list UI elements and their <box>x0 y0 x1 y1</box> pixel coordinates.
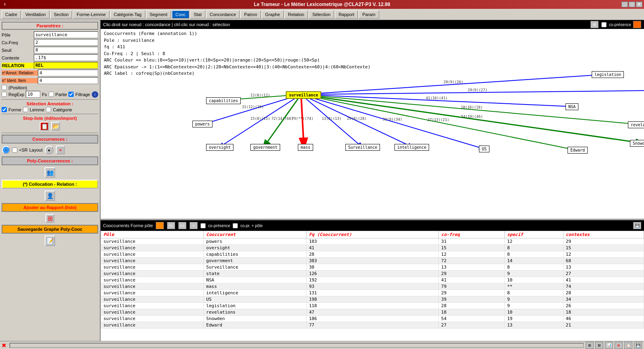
save-graph-btn[interactable]: Sauvegarde Graphe Poly-Cooc <box>2 225 98 234</box>
add-rapport-btn[interactable]: Ajouter au Rapport (liste) <box>2 203 98 212</box>
graph-grid-icon[interactable]: ⊞ <box>590 21 599 28</box>
node-powers[interactable]: powers <box>192 121 213 127</box>
menu-item-slection[interactable]: Sélection <box>309 10 334 18</box>
table-row[interactable]: surveillancemass9379**74 <box>101 283 644 290</box>
node-Snowden[interactable]: Snowden <box>630 140 644 147</box>
menu-item-rapport[interactable]: Rapport <box>335 10 358 18</box>
table-row[interactable]: surveillanceEdward77271321 <box>101 322 644 328</box>
seuil-input[interactable] <box>34 47 98 53</box>
lemme-checkbox[interactable] <box>23 107 28 112</box>
contexte-input[interactable] <box>34 54 98 61</box>
menu-item-cadre[interactable]: Cadre <box>2 10 21 18</box>
table-row[interactable]: surveillancestate12629927 <box>101 271 644 277</box>
collocation-btn[interactable]: (*) Collocation - Relation : <box>2 180 98 189</box>
close-button[interactable]: ✕ <box>636 2 642 7</box>
cofreq-input[interactable] <box>34 39 98 46</box>
table-row[interactable]: surveillanceoversight4115815 <box>101 245 644 251</box>
table-row[interactable]: surveillanceUS19839934 <box>101 296 644 303</box>
menu-item-graphe[interactable]: Graphe <box>262 10 284 18</box>
annot-relation-input[interactable] <box>38 70 98 76</box>
relation-input[interactable] <box>34 62 98 69</box>
node-revelations[interactable]: revelations <box>628 121 644 128</box>
node-oversight[interactable]: oversight <box>206 144 233 151</box>
copresence-checkbox[interactable] <box>601 22 607 27</box>
position-checkbox[interactable] <box>2 85 7 90</box>
table-copr-pole-checkbox[interactable] <box>233 223 238 228</box>
menu-item-formelemme[interactable]: Forme-Lemme <box>73 10 109 18</box>
node-government[interactable]: government <box>250 144 280 151</box>
minimize-button[interactable]: _ <box>621 2 628 7</box>
status-icon3[interactable]: 📊 <box>605 342 613 349</box>
table-row[interactable]: surveillanceSurveillance3013813 <box>101 264 644 271</box>
table-row[interactable]: surveillanceintelligence13129828 <box>101 290 644 296</box>
node-mass[interactable]: mass <box>298 144 313 151</box>
pole-input[interactable] <box>34 31 98 38</box>
poly-cooc-btn[interactable]: Poly-Cooccurrences : <box>2 156 98 165</box>
menu-item-section[interactable]: Section <box>50 10 72 18</box>
table-icon2[interactable]: FS <box>178 222 186 229</box>
collocation-icon[interactable]: 👤 <box>45 191 55 201</box>
table-icon1[interactable]: FC <box>167 222 175 229</box>
stoplist-import-icon[interactable]: 📂 <box>51 122 60 131</box>
regexp-checkbox[interactable] <box>2 92 7 97</box>
node-surveillance[interactable]: surveillance <box>286 91 321 99</box>
cooccurrences-btn[interactable]: Cooccurrences : <box>2 135 98 144</box>
window-controls[interactable]: _ □ ✕ <box>621 2 642 7</box>
stoplist-edit-icon[interactable]: 📋 <box>40 122 49 131</box>
menu-item-cooc[interactable]: Cooc <box>172 10 190 18</box>
menu-item-relation[interactable]: Relation <box>285 10 308 18</box>
table-row[interactable]: surveillancecapabilities2812812 <box>101 251 644 258</box>
sr-checkbox[interactable] <box>12 148 17 153</box>
table-color-icon[interactable] <box>156 222 164 229</box>
node-Edward[interactable]: Edward <box>568 147 588 154</box>
graph-color-icon[interactable] <box>633 21 641 28</box>
node-US[interactable]: US <box>479 146 489 152</box>
status-icon5[interactable]: 📋 <box>624 342 632 349</box>
node-legislation[interactable]: legislation <box>592 71 624 78</box>
categorie-checkbox[interactable] <box>46 107 51 112</box>
menu-item-concordance[interactable]: Concordance <box>206 10 239 18</box>
status-icon4[interactable]: ⊕ <box>615 342 623 349</box>
node-intelligence[interactable]: intelligence <box>394 144 429 151</box>
ident-item-input[interactable] <box>38 77 98 84</box>
copresence-label: co-présence <box>609 23 631 27</box>
node-NSA[interactable]: NSA <box>566 103 578 110</box>
cell-specif: 8 <box>504 251 563 258</box>
scroll-right-btn[interactable]: ▶ <box>638 220 643 221</box>
table-icon3[interactable]: ≡ <box>190 222 198 229</box>
table-row[interactable]: surveillanceNSA192411041 <box>101 277 644 283</box>
status-icon2[interactable]: ⊞ <box>595 342 603 349</box>
scroll-left-btn[interactable]: ◀ <box>101 220 106 221</box>
regexp-input[interactable] <box>26 91 40 98</box>
table-row[interactable]: surveillanceSnowden186541946 <box>101 316 644 322</box>
partie-checkbox[interactable] <box>49 92 54 97</box>
menu-item-ventilation[interactable]: Ventilation <box>22 10 50 18</box>
filtrage-checkbox[interactable] <box>68 92 74 97</box>
svg-text:18(10)(18): 18(10)(18) <box>461 105 483 109</box>
table-copresence-checkbox[interactable] <box>200 223 206 228</box>
node-capabilities[interactable]: capabilities <box>206 97 241 104</box>
menu-item-patron[interactable]: Patron <box>240 10 260 18</box>
node-Surveillance[interactable]: Surveillance <box>345 144 380 151</box>
table-row[interactable]: surveillancerevelations47181018 <box>101 309 644 316</box>
cooc-circle-icon[interactable]: ○ <box>2 146 10 154</box>
menu-item-param[interactable]: Param <box>359 10 379 18</box>
table-row[interactable]: surveillancelegislation11828926 <box>101 303 644 309</box>
table-save-icon[interactable]: 💾 <box>633 222 641 229</box>
table-row[interactable]: surveillancegovernment383721468 <box>101 258 644 264</box>
layout-icon2[interactable]: ✕ <box>56 146 65 154</box>
rapport-add-icon[interactable]: ⊞ <box>45 214 54 223</box>
menu-item-stat[interactable]: Stat <box>190 10 205 18</box>
status-icon6[interactable]: 💾 <box>634 342 642 349</box>
status-icon1[interactable]: ⊞ <box>586 342 594 349</box>
layout-icon1[interactable]: ● <box>45 146 54 154</box>
menu-item-catgorietag[interactable]: Catégorie-Tag <box>110 10 145 18</box>
menu-item-segment[interactable]: Segment <box>146 10 171 18</box>
graph-hscrollbar[interactable] <box>108 220 637 221</box>
poly-cooc-icon[interactable]: 👥 <box>45 167 55 178</box>
filter-icon[interactable]: i <box>92 91 98 98</box>
save-graph-icon[interactable]: 📝 <box>45 236 55 246</box>
forme-checkbox[interactable] <box>2 107 7 112</box>
maximize-button[interactable]: □ <box>629 2 635 7</box>
table-row[interactable]: surveillancepowers103311229 <box>101 238 644 245</box>
